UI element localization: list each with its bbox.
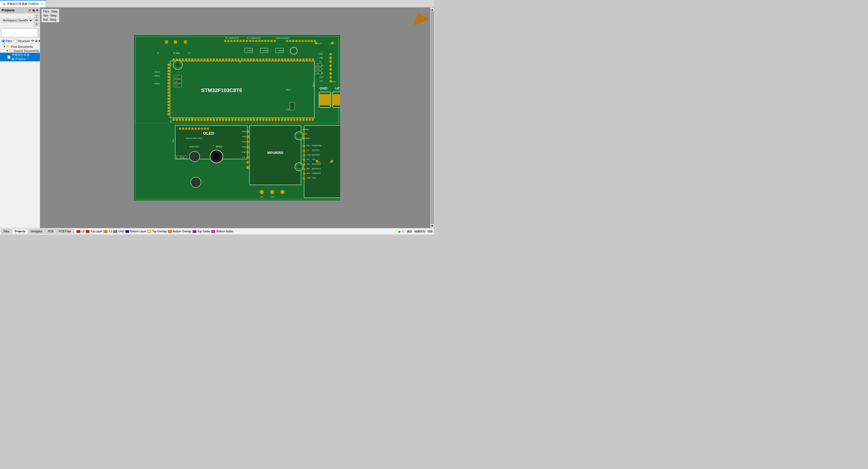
svg-rect-138	[303, 118, 305, 121]
bottom-tab-pcb[interactable]: PCB	[45, 229, 56, 234]
svg-text:VB: VB	[169, 120, 172, 123]
tree-arrow-source: ▼	[6, 50, 8, 52]
tree-item-pcb-file[interactable]: 📄 平衡自行车底板.PcbDoc *	[0, 53, 40, 61]
pin-icon[interactable]: 📌	[28, 9, 31, 12]
svg-rect-30	[311, 40, 313, 42]
svg-text:A02: A02	[307, 163, 310, 165]
tree-item-free-docs[interactable]: ▼ 📁 Free Documents	[0, 45, 40, 49]
structure-radio[interactable]	[13, 39, 17, 43]
svg-point-217	[189, 151, 199, 162]
panel-title: Projects	[2, 8, 14, 12]
svg-rect-294	[319, 94, 331, 106]
run-btn[interactable]: ▶ ⏸	[399, 230, 405, 233]
svg-rect-31	[314, 40, 316, 42]
svg-rect-213	[204, 127, 206, 130]
pitch-value: Pitch : 0deg	[43, 9, 58, 13]
svg-rect-87	[167, 88, 170, 91]
more-icon[interactable]: ▾	[38, 39, 40, 43]
svg-rect-146	[185, 59, 187, 61]
svg-rect-131	[281, 118, 283, 121]
layer-top-solder-color	[193, 230, 196, 233]
svg-text:5V: 5V	[287, 37, 289, 39]
svg-text:GND: GND	[305, 137, 310, 139]
svg-text:PWMA/PB0: PWMA/PB0	[312, 145, 321, 147]
svg-rect-114	[228, 118, 230, 121]
layer-gnd-label: GND	[118, 230, 124, 233]
scroll-thumb[interactable]	[431, 12, 434, 224]
svg-rect-187	[312, 59, 314, 61]
svg-rect-121	[250, 118, 252, 121]
svg-point-54	[315, 42, 317, 45]
svg-rect-83	[167, 76, 170, 78]
svg-text:GND: GND	[319, 86, 328, 90]
clear-label[interactable]: 清除	[428, 230, 433, 233]
svg-text:PC13: PC13	[155, 71, 160, 73]
layer-bottom-layer-label: Bottom Layer	[130, 230, 146, 233]
svg-rect-148	[191, 59, 193, 61]
scroll-up-arrow[interactable]: ▲	[431, 8, 434, 11]
svg-rect-98	[179, 118, 181, 121]
layer-top-red	[76, 230, 80, 233]
svg-point-55	[331, 42, 334, 45]
layer-bottom-solder-label: Bottom Solder	[216, 230, 233, 233]
workspace-select[interactable]: Workspace1.DsnWrk	[1, 18, 33, 23]
svg-text:4.7K: 4.7K	[175, 85, 178, 87]
svg-rect-66	[329, 61, 332, 63]
svg-text:3.3: 3.3	[242, 156, 245, 158]
svg-text:LED3: LED3	[278, 50, 283, 52]
svg-rect-139	[306, 118, 308, 121]
svg-rect-158	[222, 59, 224, 61]
vertical-scrollbar[interactable]: ▲ ▼	[430, 8, 434, 228]
svg-rect-229	[246, 130, 249, 133]
svg-text:5V: 5V	[225, 37, 228, 39]
svg-rect-235	[246, 161, 249, 164]
refresh-icon[interactable]: ⟳	[31, 39, 34, 43]
svg-text:ON: ON	[260, 196, 263, 198]
svg-rect-279	[303, 164, 305, 166]
structure-radio-label[interactable]: Structure	[13, 39, 30, 43]
svg-rect-152	[204, 59, 206, 61]
svg-rect-12	[246, 40, 248, 42]
add-icon[interactable]: ⊕	[35, 39, 38, 43]
svg-rect-157	[219, 59, 221, 61]
svg-rect-172	[266, 59, 268, 61]
files-radio-label[interactable]: Files	[2, 39, 12, 43]
layer-ls-label: LS	[82, 230, 85, 233]
svg-rect-120	[247, 118, 249, 121]
svg-text:RX3: RX3	[232, 37, 236, 39]
svg-rect-24	[292, 40, 294, 42]
svg-rect-178	[284, 59, 286, 61]
svg-rect-23	[289, 40, 291, 42]
svg-rect-159	[225, 59, 227, 61]
svg-text:OUT+: OUT+	[317, 42, 322, 45]
svg-text:8050 NPN: 8050 NPN	[189, 145, 199, 148]
svg-rect-16	[258, 40, 260, 42]
svg-rect-84	[167, 79, 170, 81]
snap-label[interactable]: 捕捉	[407, 230, 412, 233]
layer-top-solder-label: Top Solder	[197, 230, 211, 233]
svg-rect-103	[194, 118, 196, 121]
svg-rect-89	[167, 95, 170, 97]
mask-label[interactable]: 掩膜级别	[414, 230, 425, 233]
svg-rect-212	[201, 127, 203, 130]
svg-rect-207	[185, 127, 187, 130]
bottom-tab-navigator[interactable]: Navigator	[29, 229, 45, 234]
svg-text:PA9: PA9	[283, 37, 287, 39]
scroll-down-arrow[interactable]: ▼	[431, 225, 434, 228]
search-input[interactable]	[1, 29, 38, 37]
svg-text:VCC: VCC	[319, 80, 323, 82]
files-radio[interactable]	[2, 39, 5, 43]
svg-text:STM32F103C8T6: STM32F103C8T6	[201, 87, 242, 93]
bottom-tab-pcb-filter[interactable]: PCB Filter	[56, 229, 74, 234]
svg-rect-10	[240, 40, 242, 42]
pcb-tab[interactable]: ▣ 平衡自行车底板.PcbDoc ✕	[0, 0, 46, 7]
svg-rect-6	[227, 40, 229, 42]
svg-rect-4	[184, 40, 187, 43]
bottom-tab-projects[interactable]: Projects	[12, 229, 28, 234]
folder-icon: 📁	[6, 45, 10, 48]
float-icon[interactable]: ⧉	[33, 9, 35, 12]
workspace-btn[interactable]: 工作台	[34, 14, 39, 27]
bottom-tab-files[interactable]: Files	[1, 229, 12, 234]
tree-item-source-docs[interactable]: ▼ 📁 Source Documents	[0, 49, 40, 53]
close-icon[interactable]: ✕	[36, 9, 38, 12]
